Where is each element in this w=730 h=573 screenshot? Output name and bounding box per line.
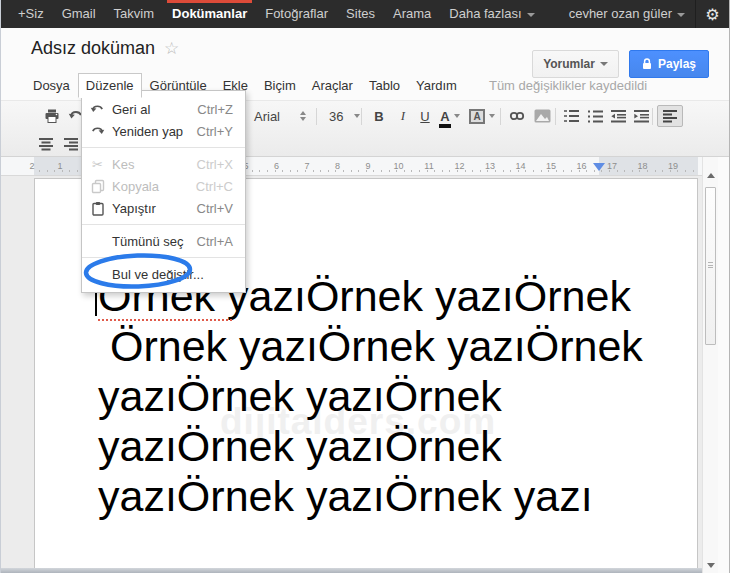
align-left-button[interactable] [657,105,683,127]
text-line[interactable]: Örnek yazıÖrnek yazıÖrnek [98,321,643,371]
menu-yardim[interactable]: Yardım [408,73,465,98]
ruler-tick [381,170,382,172]
topbar-item-gmail[interactable]: Gmail [53,0,105,28]
align-right-icon [63,137,79,151]
ruler-tick [411,170,412,172]
ruler-tick [510,170,511,172]
ruler-tick [503,170,504,172]
ruler-margin-marker[interactable] [593,163,605,171]
menu-item-label: Yeniden yap [112,124,183,139]
menu-item-shortcut: Ctrl+A [197,234,233,249]
menu-dosya[interactable]: Dosya [25,73,78,98]
text-line[interactable]: yazıÖrnek yazıÖrnek yazı [98,471,643,521]
italic-button[interactable]: I [392,105,414,127]
font-stepper-icon [300,111,306,121]
ruler-tick [62,170,63,172]
scroll-up-arrow-icon[interactable] [707,173,715,178]
ruler-tick [54,170,55,172]
ruler-tick [601,170,602,172]
menu-item-label: Bul ve değiştir... [112,267,204,282]
topbar-item-fotograflar[interactable]: Fotoğraflar [256,0,337,28]
menu-tablo[interactable]: Tablo [361,73,408,98]
ruler-tick [343,170,344,172]
topbar-item-more[interactable]: Daha fazlası [440,0,543,28]
google-topbar: +Siz Gmail Takvim Dokümanlar Fotoğraflar… [1,0,729,28]
bulleted-list-icon [587,108,604,124]
menu-duzenle[interactable]: Düzenle [78,73,142,98]
menu-item-yeniden-yap[interactable]: Yeniden yap Ctrl+Y [82,120,245,142]
ruler-number: 10 [393,161,403,171]
menu-araclar[interactable]: Araçlar [304,73,361,98]
decrease-indent-icon [610,108,627,124]
document-header: Adsız doküman ☆ Yorumlar Paylaş Dosya Dü… [1,28,729,100]
toolbar-separator [652,108,653,125]
text-line[interactable]: yazıÖrnek yazıÖrnek [98,421,643,471]
menu-separator [82,224,245,225]
ruler-tick [495,170,496,172]
gear-icon[interactable]: ⚙ [695,0,729,28]
ruler-tick [290,170,291,172]
user-name: cevher ozan güler [569,6,672,21]
print-button[interactable] [41,105,63,127]
numbered-list-button[interactable] [560,105,582,127]
ruler-number: 2 [29,161,34,171]
menu-item-shortcut: Ctrl+Y [197,124,233,139]
ruler-tick [586,170,587,172]
ruler-tick [571,170,572,172]
align-right-button[interactable] [60,133,82,155]
vertical-scrollbar[interactable] [702,157,718,573]
topbar-item-arama[interactable]: Arama [384,0,440,28]
menu-item-yapistir[interactable]: Yapıştır Ctrl+V [82,197,245,219]
font-family-dropdown[interactable]: Arial [250,105,310,127]
font-size-dropdown[interactable]: 36 [325,105,364,127]
user-menu[interactable]: cevher ozan güler [559,0,695,28]
topbar-item-dokumanlar[interactable]: Dokümanlar [163,0,256,28]
chevron-down-icon [354,114,360,118]
topbar-item-takvim[interactable]: Takvim [105,0,163,28]
bold-icon: B [374,109,383,124]
bulleted-list-button[interactable] [584,105,606,127]
increase-indent-button[interactable] [630,105,652,127]
star-icon[interactable]: ☆ [164,38,179,59]
scrollbar-thumb[interactable] [705,187,716,345]
decrease-indent-button[interactable] [607,105,629,127]
underline-button[interactable]: U [414,105,436,127]
menu-separator [82,147,245,148]
ruler-tick [662,170,663,172]
ruler-tick [434,170,435,172]
ruler-tick [267,170,268,172]
menu-item-tumunu-sec[interactable]: Tümünü seç Ctrl+A [82,230,245,252]
italic-icon: I [401,108,405,124]
ruler-tick [487,170,488,172]
ruler-tick [639,170,640,172]
chevron-down-icon [527,13,535,17]
menu-item-bul-ve-degistir[interactable]: Bul ve değiştir... [82,263,245,285]
ruler-tick [297,170,298,172]
bold-button[interactable]: B [368,105,390,127]
align-center-button[interactable] [35,133,57,155]
copy-icon [90,179,105,194]
menu-item-geri-al[interactable]: Geri al Ctrl+Z [82,98,245,120]
toolbar-separator [555,108,556,125]
highlight-color-button[interactable]: A [469,105,495,127]
menu-bicim[interactable]: Biçim [256,73,304,98]
topbar-item-siz[interactable]: +Siz [9,0,53,28]
text-line[interactable]: yazıÖrnek yazıÖrnek [98,371,643,421]
insert-link-button[interactable] [506,105,528,127]
spellcheck-underline [98,319,232,321]
ruler-tick [427,170,428,172]
text-color-button[interactable]: A [439,105,461,127]
insert-image-button[interactable] [531,105,553,127]
document-title[interactable]: Adsız doküman [31,38,155,59]
menu-item-label: Kes [112,157,134,172]
scroll-down-arrow-icon[interactable] [707,563,715,568]
ruler-tick [320,170,321,172]
topbar-item-sites[interactable]: Sites [337,0,384,28]
app-window: +Siz Gmail Takvim Dokümanlar Fotoğraflar… [0,0,730,573]
increase-indent-icon [633,108,650,124]
menu-item-label: Yapıştır [112,201,156,216]
ruler-tick [373,170,374,172]
ruler-tick [548,170,549,172]
toolbar-separator [361,108,362,125]
ruler-tick [579,170,580,172]
